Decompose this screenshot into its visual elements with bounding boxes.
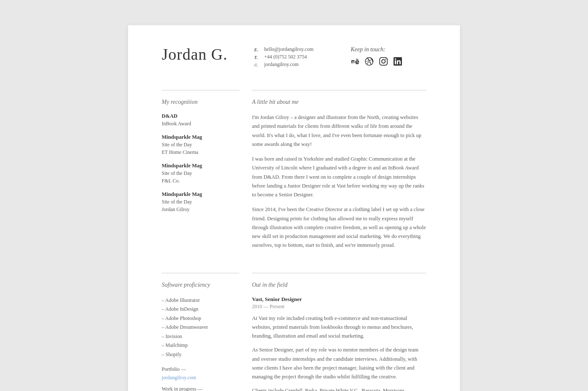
portfolio-label: Portfolio —: [162, 366, 239, 373]
social-area: Keep in touch:: [342, 46, 426, 68]
keep-in-touch-label: Keep in touch:: [351, 46, 426, 53]
website-row: //. jordangilroy.com: [254, 61, 342, 68]
recognition-divider: [162, 90, 239, 90]
award-mindsparkle-1: Mindsparkle Mag Site of the DayET Home C…: [162, 134, 239, 156]
software-item-1: – Adobe Illustrator: [162, 296, 239, 305]
award-dad-org: D&AD: [162, 113, 239, 119]
award-mindsparkle-3: Mindsparkle Mag Site of the DayJordan Gi…: [162, 191, 239, 213]
header: Jordan G. E. hello@jordangilroy.com T. +…: [162, 46, 426, 69]
website-label: //.: [254, 62, 262, 67]
about-divider: [252, 90, 426, 90]
about-para-3: Since 2014, I've been the Creative Direc…: [252, 205, 426, 250]
award-mindsparkle-2: Mindsparkle Mag Site of the DayF&L Co.: [162, 163, 239, 185]
award-mindsparkle-2-org: Mindsparkle Mag: [162, 163, 239, 169]
behance-icon[interactable]: [351, 57, 359, 68]
about-section: A little bit about me I'm Jordan Gilroy …: [252, 90, 426, 256]
logo: Jordan G.: [162, 46, 246, 62]
phone-row: T. +44 (0)752 502 3754: [254, 54, 342, 60]
field-title: Out in the field: [252, 282, 426, 288]
software-item-6: – Mailchimp: [162, 341, 239, 350]
about-para-2: I was born and raised in Yorkshire and s…: [252, 155, 426, 199]
social-icons: [351, 57, 426, 68]
email-label: E.: [254, 47, 262, 52]
software-list: – Adobe Illustrator – Adobe InDesign – A…: [162, 296, 239, 359]
recognition-title: My recognition: [162, 99, 239, 106]
contact-area: E. hello@jordangilroy.com T. +44 (0)752 …: [246, 46, 342, 69]
job-desc-2: As Senior Designer, part of my role was …: [252, 346, 426, 381]
recognition-section: My recognition D&AD InBook Award Mindspa…: [162, 90, 239, 256]
software-item-2: – Adobe InDesign: [162, 305, 239, 314]
software-section: Software proficiency – Adobe Illustrator…: [162, 273, 239, 391]
phone-label: T.: [254, 55, 262, 60]
award-dad: D&AD InBook Award: [162, 113, 239, 127]
job-period: 2010 — Present: [252, 304, 426, 310]
job-desc-1: At Vast my role included creating both e…: [252, 314, 426, 341]
dribbble-icon[interactable]: [365, 57, 373, 68]
about-title: A little bit about me: [252, 99, 426, 106]
phone-value: +44 (0)752 502 3754: [264, 54, 307, 60]
instagram-icon[interactable]: [379, 57, 388, 68]
top-content: My recognition D&AD InBook Award Mindspa…: [162, 90, 426, 256]
clients-text: Clients include Grenfell, Parka, Private…: [252, 386, 426, 391]
software-title: Software proficiency: [162, 282, 239, 288]
award-mindsparkle-3-type: Site of the DayJordan Gilroy: [162, 198, 239, 213]
resume-page: Jordan G. E. hello@jordangilroy.com T. +…: [128, 25, 460, 391]
software-divider: [162, 273, 239, 273]
job-title: Vast, Senior Designer: [252, 296, 426, 303]
linkedin-icon[interactable]: [394, 57, 402, 68]
bottom-content: Software proficiency – Adobe Illustrator…: [162, 273, 426, 391]
software-item-4: – Adobe Dreamweaver: [162, 323, 239, 332]
award-dad-type: InBook Award: [162, 120, 239, 127]
email-row: E. hello@jordangilroy.com: [254, 46, 342, 53]
work-in-progress-label: Work in progress —: [162, 386, 239, 391]
field-divider: [252, 273, 426, 273]
software-item-3: – Adobe Photoshop: [162, 314, 239, 323]
award-mindsparkle-1-type: Site of the DayET Home Cinema: [162, 141, 239, 156]
portfolio-link[interactable]: jordangilroy.com: [162, 375, 196, 380]
email-value: hello@jordangilroy.com: [264, 46, 313, 53]
website-value: jordangilroy.com: [264, 61, 299, 68]
software-item-5: – Invision: [162, 332, 239, 341]
field-section: Out in the field Vast, Senior Designer 2…: [252, 273, 426, 391]
logo-area: Jordan G.: [162, 46, 246, 62]
about-para-1: I'm Jordan Gilroy – a designer and illus…: [252, 113, 426, 149]
software-item-7: – Shopify: [162, 350, 239, 359]
award-mindsparkle-1-org: Mindsparkle Mag: [162, 134, 239, 140]
award-mindsparkle-3-org: Mindsparkle Mag: [162, 191, 239, 198]
award-mindsparkle-2-type: Site of the DayF&L Co.: [162, 169, 239, 185]
